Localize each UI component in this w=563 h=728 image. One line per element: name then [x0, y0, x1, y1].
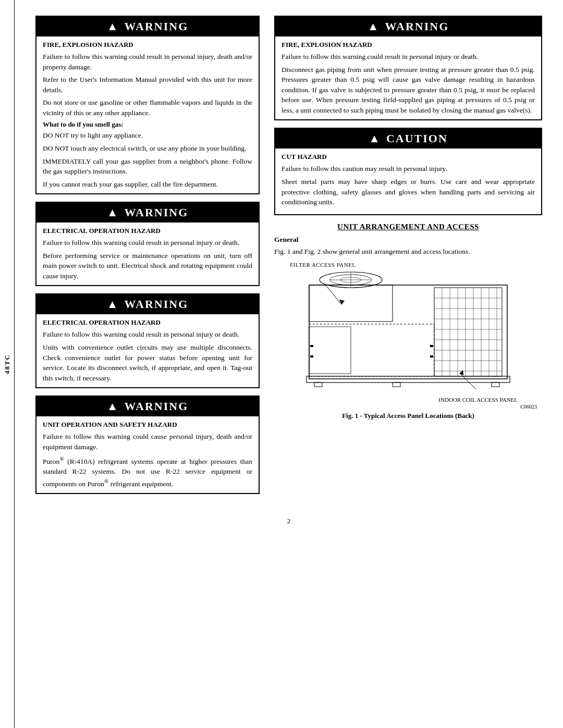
warning-box-fire-explosion: ▲ WARNING FIRE, EXPLOSION HAZARD Failure… [35, 16, 260, 194]
warning-title-3: WARNING [124, 298, 188, 311]
svg-rect-7 [434, 288, 502, 376]
left-column: ▲ WARNING FIRE, EXPLOSION HAZARD Failure… [35, 16, 260, 501]
svg-rect-26 [314, 382, 322, 387]
general-subtitle: General [274, 236, 542, 244]
caution-header-1: ▲ CAUTION [275, 129, 541, 149]
caution-icon-1: ▲ [369, 132, 381, 145]
caution-body-1: CUT HAZARD Failure to follow this cautio… [275, 149, 541, 214]
warning-header-3: ▲ WARNING [36, 294, 259, 314]
warning-title-2: WARNING [124, 206, 188, 219]
warning-box-fire-right: ▲ WARNING FIRE, EXPLOSION HAZARD Failure… [274, 16, 542, 120]
warning-box-unit-operation: ▲ WARNING UNIT OPERATION AND SAFETY HAZA… [35, 396, 260, 494]
warning-title-right-1: WARNING [385, 20, 449, 33]
warning-para-1-1: Failure to follow this warning could res… [43, 52, 252, 72]
warning-header-2: ▲ WARNING [36, 203, 259, 223]
warning-para-3-1: Failure to follow this warning could res… [43, 329, 252, 340]
unit-diagram [299, 269, 518, 394]
warning-header-right-1: ▲ WARNING [275, 17, 541, 36]
warning-box-electrical-1: ▲ WARNING ELECTRICAL OPERATION HAZARD Fa… [35, 202, 260, 286]
caution-para-1-1: Failure to follow this caution may resul… [282, 164, 535, 174]
svg-rect-25 [307, 376, 510, 382]
warning-title-1: WARNING [124, 20, 188, 33]
svg-rect-28 [393, 382, 400, 387]
svg-rect-35 [310, 355, 313, 357]
warning-para-3-2: Units with convenience outlet circuits m… [43, 342, 252, 383]
diagram-container: FILTER ACCESS PANEL [274, 262, 542, 420]
svg-rect-34 [310, 345, 313, 347]
diagram-label-indoor-coil: INDOOR COIL ACCESS PANEL [438, 397, 518, 403]
warning-para-r1-1: Failure to follow this warning could res… [282, 52, 535, 62]
svg-rect-27 [492, 382, 499, 387]
warning-header-1: ▲ WARNING [36, 17, 259, 36]
warning-para-1-2: Refer to the User's Information Manual p… [43, 75, 252, 95]
warning-body-4: UNIT OPERATION AND SAFETY HAZARD Failure… [36, 416, 259, 493]
warning-header-4: ▲ WARNING [36, 397, 259, 416]
warning-icon-right-1: ▲ [368, 20, 380, 33]
warning-para-2-2: Before performing service or maintenance… [43, 251, 252, 281]
page-number: 2 [35, 517, 542, 525]
diagram-label-filter: FILTER ACCESS PANEL [290, 262, 542, 268]
warning-box-electrical-2: ▲ WARNING ELECTRICAL OPERATION HAZARD Fa… [35, 293, 260, 388]
smell-gas-p1: DO NOT try to light any appliance. [43, 130, 252, 141]
smell-gas-p4: If you cannot reach your gas supplier, c… [43, 179, 252, 190]
svg-marker-31 [339, 300, 345, 305]
diagram-code: C06023 [274, 404, 537, 410]
warning-icon-2: ▲ [107, 206, 119, 219]
hazard-title-4: UNIT OPERATION AND SAFETY HAZARD [43, 421, 252, 429]
hazard-title-cut: CUT HAZARD [282, 153, 535, 161]
smell-gas-subtitle: What to do if you smell gas: [43, 120, 252, 129]
hazard-title-2: ELECTRICAL OPERATION HAZARD [43, 227, 252, 235]
unit-arrangement-title: UNIT ARRANGEMENT AND ACCESS [274, 223, 542, 231]
svg-rect-1 [309, 285, 393, 322]
svg-rect-24 [309, 327, 351, 374]
svg-rect-36 [430, 345, 433, 347]
warning-para-4-2: Puron® (R-410A) refrigerant systems oper… [43, 454, 252, 489]
smell-gas-p2: DO NOT touch any electrical switch, or u… [43, 143, 252, 154]
sidebar-label: 48TC [3, 354, 11, 374]
svg-rect-37 [430, 355, 433, 357]
warning-body-1: FIRE, EXPLOSION HAZARD Failure to follow… [36, 36, 259, 193]
warning-icon-4: ▲ [107, 400, 119, 413]
warning-icon-3: ▲ [107, 298, 119, 311]
smell-gas-p3: IMMEDIATELY call your gas supplier from … [43, 156, 252, 177]
warning-para-2-1: Failure to follow this warning could res… [43, 238, 252, 248]
hazard-title-right-1: FIRE, EXPLOSION HAZARD [282, 41, 535, 49]
hazard-title-1: FIRE, EXPLOSION HAZARD [43, 41, 252, 49]
caution-title-1: CAUTION [386, 132, 448, 145]
caution-para-1-2: Sheet metal parts may have sharp edges o… [282, 177, 535, 207]
diagram-caption: Fig. 1 - Typical Access Panel Locations … [274, 412, 542, 420]
unit-arrangement-section: UNIT ARRANGEMENT AND ACCESS General Fig.… [274, 223, 542, 421]
caution-box-cut: ▲ CAUTION CUT HAZARD Failure to follow t… [274, 128, 542, 215]
warning-para-r1-2: Disconnect gas piping from unit when pre… [282, 65, 535, 116]
right-column: ▲ WARNING FIRE, EXPLOSION HAZARD Failure… [274, 16, 542, 501]
hazard-title-3: ELECTRICAL OPERATION HAZARD [43, 318, 252, 327]
svg-marker-33 [459, 370, 463, 375]
svg-rect-0 [309, 285, 507, 379]
svg-rect-29 [309, 324, 434, 376]
warning-para-4-1: Failure to follow this warning could cau… [43, 431, 252, 452]
warning-body-3: ELECTRICAL OPERATION HAZARD Failure to f… [36, 314, 259, 387]
sidebar: 48TC [0, 0, 15, 728]
warning-title-4: WARNING [124, 400, 188, 413]
warning-body-right-1: FIRE, EXPLOSION HAZARD Failure to follow… [275, 36, 541, 119]
warning-body-2: ELECTRICAL OPERATION HAZARD Failure to f… [36, 223, 259, 285]
warning-icon-1: ▲ [107, 20, 119, 33]
unit-arrangement-para: Fig. 1 and Fig. 2 show general unit arra… [274, 246, 542, 257]
warning-para-1-3: Do not store or use gasoline or other fl… [43, 97, 252, 118]
